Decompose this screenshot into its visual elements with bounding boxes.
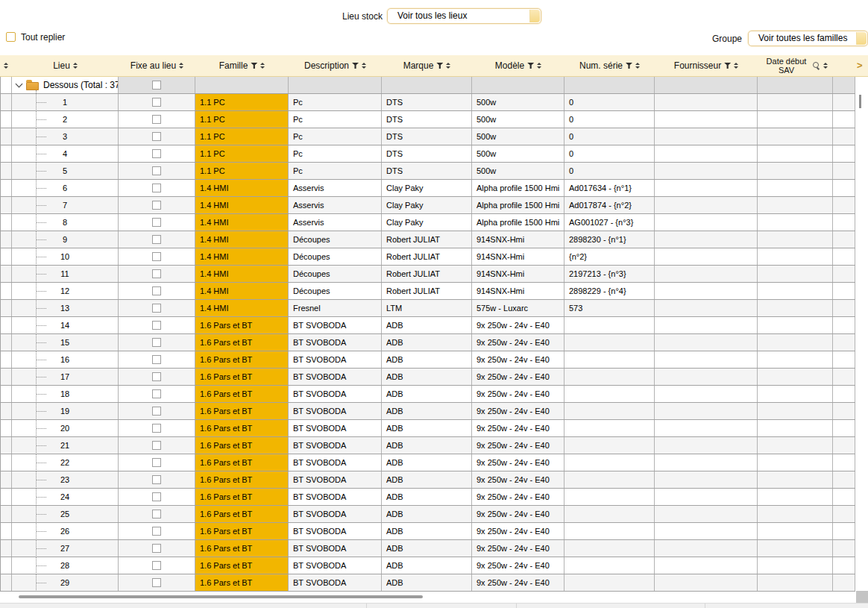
row-checkbox[interactable]	[152, 218, 161, 227]
cell-date-debut-sav[interactable]	[758, 163, 833, 179]
cell-description[interactable]: BT SVOBODA	[289, 386, 382, 402]
filter-icon[interactable]	[251, 63, 257, 69]
cell-famille[interactable]: 1.6 Pars et BT	[195, 523, 289, 539]
cell-lieu[interactable]: 14	[12, 317, 119, 333]
cell-date-debut-sav[interactable]	[758, 111, 833, 128]
cell-fournisseur[interactable]	[655, 214, 758, 231]
cell-description[interactable]: Pc	[289, 111, 382, 128]
column-header-extra[interactable]	[833, 55, 855, 76]
cell-date-debut-sav[interactable]	[758, 506, 833, 522]
cell-lieu[interactable]: 25	[12, 506, 119, 522]
cell-modele[interactable]: 914SNX-Hmi	[472, 248, 564, 265]
cell-fixe-au-lieu[interactable]	[119, 489, 195, 505]
cell-extra[interactable]	[833, 283, 855, 299]
table-row[interactable]: 81.4 HMIAsservisClay PakyAlpha profile 1…	[1, 214, 855, 231]
cell-serie[interactable]: 2197213 - {n°3}	[564, 266, 655, 282]
cell-description[interactable]: BT SVOBODA	[289, 420, 382, 436]
cell-marque[interactable]: ADB	[382, 471, 472, 488]
cell-serie[interactable]	[564, 386, 655, 402]
table-row[interactable]: 281.6 Pars et BTBT SVOBODAADB9x 250w - 2…	[1, 557, 855, 574]
cell-description[interactable]: Découpes	[289, 266, 382, 282]
cell-extra[interactable]	[833, 523, 855, 539]
cell-fixe-au-lieu[interactable]	[119, 111, 195, 128]
cell-description[interactable]: BT SVOBODA	[289, 557, 382, 574]
cell-date-debut-sav[interactable]	[758, 128, 833, 145]
cell-extra[interactable]	[833, 180, 855, 196]
cell-fixe-au-lieu[interactable]	[119, 369, 195, 385]
row-checkbox[interactable]	[152, 492, 161, 501]
sort-icon[interactable]	[179, 63, 183, 69]
cell-famille[interactable]: 1.6 Pars et BT	[195, 386, 289, 402]
row-checkbox[interactable]	[152, 424, 161, 433]
table-row[interactable]: 221.6 Pars et BTBT SVOBODAADB9x 250w - 2…	[1, 454, 855, 471]
cell-fixe-au-lieu[interactable]	[119, 420, 195, 436]
sort-icon[interactable]	[734, 63, 738, 69]
cell-lieu[interactable]: 1	[12, 94, 119, 110]
lieu-stock-combobox[interactable]: Voir tous les lieux	[387, 8, 541, 24]
row-checkbox[interactable]	[152, 201, 161, 210]
cell-description[interactable]: BT SVOBODA	[289, 574, 382, 591]
group-row-lieu-cell[interactable]: Dessous (Total : 370)	[12, 77, 119, 93]
row-checkbox[interactable]	[152, 166, 161, 175]
cell-famille[interactable]: 1.6 Pars et BT	[195, 471, 289, 488]
table-row[interactable]: 251.6 Pars et BTBT SVOBODAADB9x 250w - 2…	[1, 506, 855, 523]
cell-extra[interactable]	[833, 163, 855, 179]
cell-famille[interactable]: 1.6 Pars et BT	[195, 334, 289, 351]
cell-fournisseur[interactable]	[655, 420, 758, 436]
cell-famille[interactable]: 1.4 HMI	[195, 283, 289, 299]
cell-fixe-au-lieu[interactable]	[119, 506, 195, 522]
cell-description[interactable]: BT SVOBODA	[289, 317, 382, 333]
cell-date-debut-sav[interactable]	[758, 197, 833, 213]
cell-modele[interactable]: 9x 250w - 24v - E40	[472, 506, 564, 522]
cell-marque[interactable]: ADB	[382, 523, 472, 539]
cell-empty[interactable]	[655, 77, 758, 93]
row-checkbox[interactable]	[152, 407, 161, 416]
cell-empty[interactable]	[564, 77, 655, 93]
column-header-fournisseur[interactable]: Fournisseur	[655, 55, 758, 76]
cell-fixe-au-lieu[interactable]	[119, 128, 195, 145]
cell-marque[interactable]: Robert JULIAT	[382, 248, 472, 265]
row-checkbox[interactable]	[152, 561, 161, 570]
cell-fournisseur[interactable]	[655, 266, 758, 282]
cell-marque[interactable]: DTS	[382, 111, 472, 128]
cell-fixe-au-lieu[interactable]	[119, 557, 195, 574]
row-checkbox[interactable]	[152, 269, 161, 278]
filter-icon[interactable]	[352, 63, 359, 69]
cell-extra[interactable]	[833, 300, 855, 316]
cell-lieu[interactable]: 9	[12, 231, 119, 248]
cell-famille[interactable]: 1.6 Pars et BT	[195, 317, 289, 333]
cell-description[interactable]: Asservis	[289, 214, 382, 231]
cell-modele[interactable]: 500w	[472, 163, 564, 179]
cell-date-debut-sav[interactable]	[758, 574, 833, 591]
table-row[interactable]: 11.1 PCPcDTS500w0	[1, 94, 855, 111]
row-checkbox[interactable]	[152, 132, 161, 141]
cell-serie[interactable]: 0	[564, 128, 655, 145]
cell-famille[interactable]: 1.4 HMI	[195, 197, 289, 213]
table-row[interactable]: 181.6 Pars et BTBT SVOBODAADB9x 250w - 2…	[1, 386, 855, 403]
cell-serie[interactable]	[564, 317, 655, 333]
cell-empty[interactable]	[195, 77, 289, 93]
cell-famille[interactable]: 1.6 Pars et BT	[195, 506, 289, 522]
cell-marque[interactable]: Clay Paky	[382, 214, 472, 231]
cell-famille[interactable]: 1.6 Pars et BT	[195, 489, 289, 505]
column-header-famille[interactable]: Famille	[195, 55, 289, 76]
cell-fournisseur[interactable]	[655, 557, 758, 574]
cell-serie[interactable]	[564, 506, 655, 522]
cell-lieu[interactable]: 17	[12, 369, 119, 385]
cell-lieu[interactable]: 10	[12, 248, 119, 265]
cell-description[interactable]: Pc	[289, 163, 382, 179]
cell-fournisseur[interactable]	[655, 386, 758, 402]
cell-lieu[interactable]: 3	[12, 128, 119, 145]
cell-famille[interactable]: 1.4 HMI	[195, 180, 289, 196]
cell-modele[interactable]: 9x 250w - 24v - E40	[472, 437, 564, 454]
cell-marque[interactable]: DTS	[382, 145, 472, 162]
cell-date-debut-sav[interactable]	[758, 283, 833, 299]
cell-extra[interactable]	[833, 128, 855, 145]
cell-marque[interactable]: ADB	[382, 317, 472, 333]
table-row[interactable]: 211.6 Pars et BTBT SVOBODAADB9x 250w - 2…	[1, 437, 855, 454]
table-row[interactable]: 291.6 Pars et BTBT SVOBODAADB9x 250w - 2…	[1, 574, 855, 592]
row-checkbox[interactable]	[152, 149, 161, 158]
cell-lieu[interactable]: 8	[12, 214, 119, 231]
cell-description[interactable]: BT SVOBODA	[289, 334, 382, 351]
table-row[interactable]: 151.6 Pars et BTBT SVOBODAADB9x 250w - 2…	[1, 334, 855, 351]
